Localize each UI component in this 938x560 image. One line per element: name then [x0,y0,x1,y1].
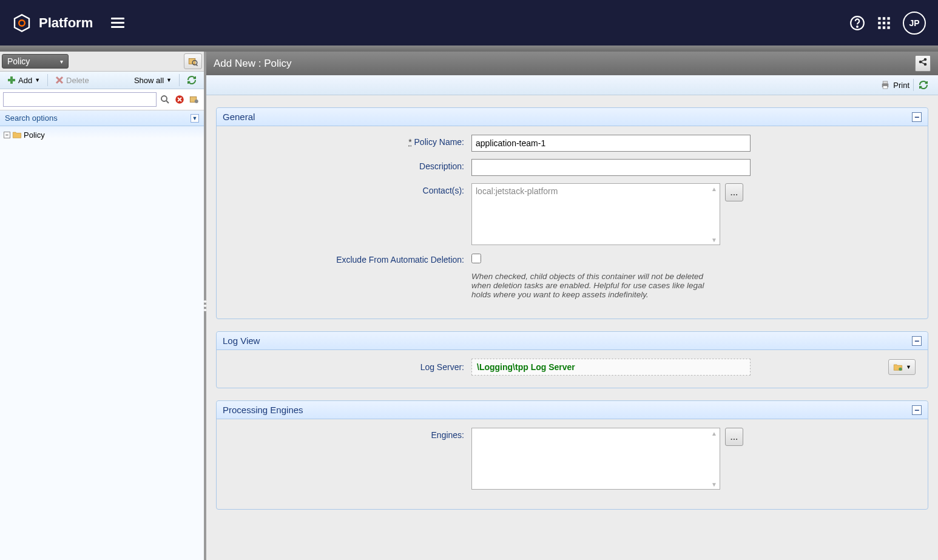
apps-grid-button[interactable] [876,15,892,31]
scroll-down-icon[interactable]: ▼ [710,481,718,488]
user-avatar[interactable]: JP [903,12,926,35]
logserver-browse-button[interactable]: ▼ [888,359,916,375]
content-area: Add New : Policy Print General − [206,52,938,560]
help-button[interactable] [849,15,865,31]
general-title: General [223,112,255,122]
delete-button: Delete [52,75,93,86]
collapse-button[interactable]: − [912,405,922,415]
svg-line-31 [921,62,924,64]
search-settings-button[interactable] [187,93,201,106]
logview-panel-header: Log View − [217,332,928,350]
form-area: General − * Policy Name: Description: Co… [206,95,938,534]
platform-logo-icon [12,13,32,33]
print-label: Print [893,81,909,90]
contacts-browse-button[interactable]: … [725,183,743,201]
content-toolbar: Print [206,75,938,95]
clear-search-button[interactable] [173,93,186,106]
search-button[interactable] [158,93,172,106]
description-label: Description: [419,161,464,171]
engines-panel-header: Processing Engines − [217,401,928,419]
svg-point-20 [161,96,167,101]
chevron-down-icon: ▾ [60,58,63,65]
menu-button[interactable] [111,18,124,28]
policy-name-row: * Policy Name: [229,135,916,152]
search-options-label: Search options [5,113,58,123]
svg-point-26 [195,100,198,103]
folder-add-icon [892,362,903,372]
collapse-button[interactable]: − [912,112,922,122]
logo-area: Platform [12,13,93,33]
content-refresh-button[interactable] [915,79,932,91]
brand-name: Platform [39,15,93,31]
svg-marker-0 [15,15,29,31]
svg-rect-17 [8,79,15,81]
scroll-down-icon[interactable]: ▼ [710,236,718,243]
svg-line-21 [166,101,169,103]
content-header: Add New : Policy [206,52,938,75]
tree-root-item[interactable]: − Policy [4,129,200,141]
svg-rect-10 [878,26,880,29]
general-panel-header: General − [217,108,928,126]
search-input[interactable] [3,92,157,107]
policy-name-input[interactable] [471,135,751,152]
print-icon [880,79,891,90]
engines-row: Engines: ▲ ▼ … [229,428,916,490]
policy-name-label: Policy Name: [414,137,464,147]
sidebar: Policy ▾ Add ▼ Delete Show all [0,52,206,560]
chevron-down-icon: ▼ [35,77,40,83]
svg-line-15 [196,64,197,66]
x-icon [55,76,64,84]
scroll-up-icon[interactable]: ▲ [710,430,718,437]
logserver-value[interactable]: \Logging\tpp Log Server [471,359,751,376]
tree-root-label: Policy [24,130,45,140]
description-input[interactable] [471,159,751,176]
separator-bar [0,46,938,52]
search-row [0,89,204,110]
header-right: JP [849,12,926,35]
toolbar-separator [47,74,48,86]
collapse-button[interactable]: − [912,336,922,346]
engines-browse-button[interactable]: … [725,428,743,446]
engines-panel: Processing Engines − Engines: ▲ ▼ … [216,400,928,510]
svg-rect-11 [883,26,885,29]
folder-icon [12,130,22,140]
splitter-handle[interactable] [204,300,206,311]
svg-line-30 [921,60,924,62]
engines-panel-body: Engines: ▲ ▼ … [217,419,928,509]
svg-rect-33 [883,81,888,84]
add-button[interactable]: Add ▼ [4,75,44,86]
sidebar-top-bar: Policy ▾ [0,52,204,72]
svg-rect-12 [887,26,889,29]
toolbar-separator [913,79,914,91]
svg-rect-9 [887,21,889,24]
share-button[interactable] [915,55,931,72]
find-object-button[interactable] [184,53,202,69]
print-button[interactable]: Print [877,78,912,92]
svg-rect-13 [189,59,195,64]
showall-button[interactable]: Show all ▼ [130,75,175,86]
svg-point-35 [899,368,902,371]
scroll-up-icon[interactable]: ▲ [710,185,718,192]
chevron-down-icon: ▼ [906,364,911,370]
svg-rect-8 [883,21,885,24]
showall-label: Show all [134,76,164,85]
sidebar-toolbar: Add ▼ Delete Show all ▼ [0,72,204,89]
exclude-checkbox[interactable] [471,254,481,263]
hamburger-icon [111,18,124,28]
svg-point-3 [857,26,858,27]
logserver-row: Log Server: \Logging\tpp Log Server ▼ [229,359,916,376]
refresh-button[interactable] [183,74,200,86]
search-options-toggle[interactable]: Search options ▼ [0,110,204,126]
engines-label: Engines: [431,430,464,440]
tree-collapse-icon[interactable]: − [4,132,10,138]
expand-down-icon: ▼ [191,114,199,123]
svg-point-1 [19,20,25,26]
engines-listbox[interactable]: ▲ ▼ [471,428,720,490]
contacts-item: local:jetstack-platform [476,186,558,196]
logview-panel-body: Log Server: \Logging\tpp Log Server ▼ [217,350,928,388]
refresh-icon [919,80,928,90]
object-type-dropdown[interactable]: Policy ▾ [2,54,69,69]
svg-rect-4 [878,17,880,19]
svg-rect-7 [878,21,880,24]
contacts-listbox[interactable]: local:jetstack-platform ▲ ▼ [471,183,720,245]
